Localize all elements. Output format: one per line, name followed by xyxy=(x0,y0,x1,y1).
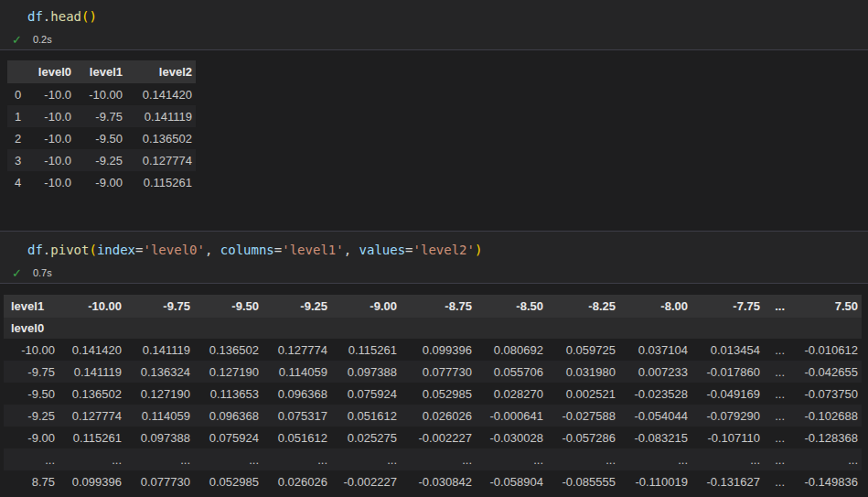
cell: -10.0 xyxy=(27,149,75,171)
cell: 0.115261 xyxy=(331,339,401,361)
table-row: -9.000.1152610.0973880.0759240.0516120.0… xyxy=(4,427,862,448)
cell: 0.096368 xyxy=(194,405,263,427)
column-header: -9.50 xyxy=(194,295,263,318)
cell: -9.75 xyxy=(75,105,126,127)
cell: ... xyxy=(764,448,788,470)
cell: 0.026026 xyxy=(401,405,476,427)
table-row: ....................................... xyxy=(4,448,862,470)
cell: -9.50 xyxy=(75,127,126,149)
cell: 0.114059 xyxy=(263,361,331,383)
cell: 0.127774 xyxy=(126,149,196,171)
cell: -0.002227 xyxy=(331,470,401,492)
cell: 0.115261 xyxy=(126,171,196,193)
index-axis-name: level0 xyxy=(4,318,59,339)
cell: -9.25 xyxy=(75,149,126,171)
cell: -0.102688 xyxy=(788,405,862,427)
cell: ... xyxy=(764,405,788,427)
column-header: -9.25 xyxy=(263,295,331,318)
cell: 0.141420 xyxy=(59,339,125,361)
cell: 0.052985 xyxy=(194,470,263,492)
pivot-columns-header-row: level1-10.00-9.75-9.50-9.25-9.00-8.75-8.… xyxy=(4,295,862,318)
cell: -10.0 xyxy=(27,171,75,193)
table-row: 1-10.0-9.750.141119 xyxy=(7,105,196,127)
row-index: -9.50 xyxy=(4,383,59,405)
cell: 0.055706 xyxy=(476,361,547,383)
cell: 0.037104 xyxy=(619,339,691,361)
column-header: -10.00 xyxy=(59,295,125,318)
cell: 0.136502 xyxy=(126,127,196,149)
code-cell-1-editor[interactable]: df.head() xyxy=(0,7,868,26)
cell: -0.110019 xyxy=(619,470,691,492)
cell: -10.0 xyxy=(27,127,75,149)
column-header: level1 xyxy=(75,60,126,83)
cell: 0.031980 xyxy=(547,361,619,383)
cell: 0.077730 xyxy=(401,361,476,383)
column-header: -8.75 xyxy=(401,295,476,318)
cell: ... xyxy=(764,427,788,448)
cell: -0.085555 xyxy=(547,470,619,492)
row-index: -9.00 xyxy=(4,427,59,448)
cell: ... xyxy=(194,448,263,470)
cell: ... xyxy=(331,448,401,470)
cell: -0.027588 xyxy=(547,405,619,427)
row-index: 2 xyxy=(7,127,27,149)
cell: -0.030028 xyxy=(476,427,547,448)
cell: ... xyxy=(59,448,125,470)
output-area-1: level0level1level20-10.0-10.000.1414201-… xyxy=(0,50,868,231)
row-index: 0 xyxy=(7,83,27,105)
cell: 0.002521 xyxy=(547,383,619,405)
cell: -0.058904 xyxy=(476,470,547,492)
cell: -10.0 xyxy=(27,105,75,127)
row-index: ... xyxy=(4,448,59,470)
code-token: values xyxy=(359,243,406,257)
cell: 0.077730 xyxy=(125,470,194,492)
column-header: -8.25 xyxy=(547,295,619,318)
cell: 0.141119 xyxy=(125,339,194,361)
cell: -0.023528 xyxy=(619,383,691,405)
table-row: -9.250.1277740.1140590.0963680.0753170.0… xyxy=(4,405,862,427)
row-index: -10.00 xyxy=(4,339,59,361)
code-token: = xyxy=(274,243,282,257)
success-check-icon: ✓ xyxy=(12,34,22,46)
table-header-row: level0level1level2 xyxy=(7,60,196,83)
code-cell-2-editor[interactable]: df.pivot(index='level0', columns='level1… xyxy=(0,241,868,259)
code-token: pivot xyxy=(50,243,89,257)
cell: -9.00 xyxy=(75,171,126,193)
cell: 0.075317 xyxy=(263,405,331,427)
cell: -0.073750 xyxy=(788,383,862,405)
cell: 0.025275 xyxy=(331,427,401,448)
execution-time-2: 0.7s xyxy=(33,267,52,278)
column-header: -7.75 xyxy=(691,295,764,318)
cell: -0.042655 xyxy=(788,361,862,383)
index-name-row: level0 xyxy=(4,318,862,339)
column-header: level2 xyxy=(126,60,196,83)
cell: ... xyxy=(764,383,788,405)
cell: 0.013454 xyxy=(691,339,764,361)
cell: 0.026026 xyxy=(263,470,331,492)
cell: 0.099396 xyxy=(401,339,476,361)
cell: ... xyxy=(764,339,788,361)
table-row: 2-10.0-9.500.136502 xyxy=(7,127,196,149)
cell: 0.136324 xyxy=(125,361,194,383)
cell: 0.127774 xyxy=(59,405,125,427)
code-token: df xyxy=(27,9,43,24)
cell: 0.059725 xyxy=(547,339,619,361)
cell: -0.049169 xyxy=(691,383,764,405)
code-token: 'level1' xyxy=(282,243,343,257)
cell: ... xyxy=(125,448,194,470)
cell: -0.149836 xyxy=(788,470,862,492)
cell: -0.010612 xyxy=(788,339,862,361)
cell: 0.127774 xyxy=(263,339,331,361)
row-index: -9.25 xyxy=(4,405,59,427)
cell: 0.099396 xyxy=(59,470,125,492)
cell: 0.127190 xyxy=(194,361,263,383)
columns-axis-name: level1 xyxy=(4,295,59,318)
cell: -0.131627 xyxy=(691,470,764,492)
cell: 0.075924 xyxy=(331,383,401,405)
code-token: ) xyxy=(475,243,482,257)
row-index: 8.75 xyxy=(4,470,59,492)
cell: ... xyxy=(263,448,331,470)
cell: 0.051612 xyxy=(263,427,331,448)
code-token: , xyxy=(205,243,220,257)
execution-time-1: 0.2s xyxy=(33,34,52,45)
